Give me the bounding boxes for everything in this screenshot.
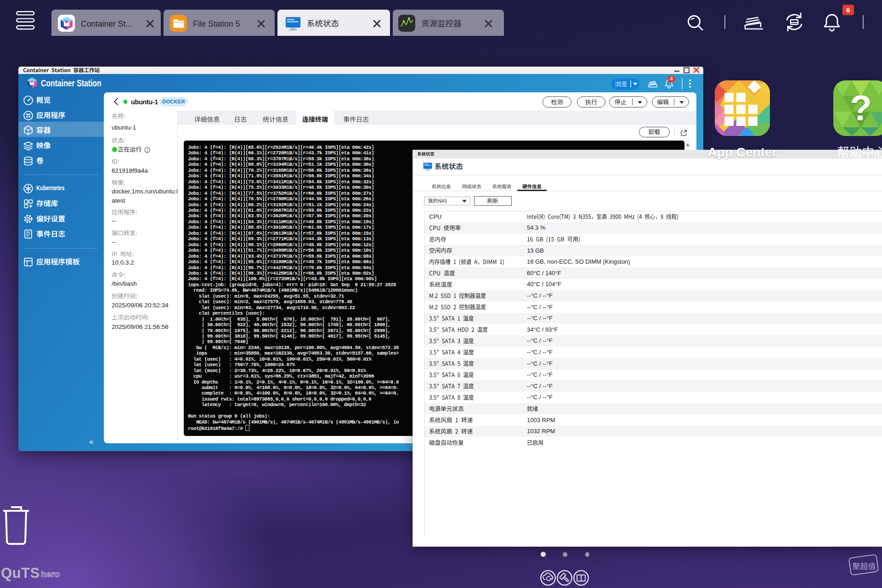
svg-text:?: ?: [850, 88, 872, 128]
